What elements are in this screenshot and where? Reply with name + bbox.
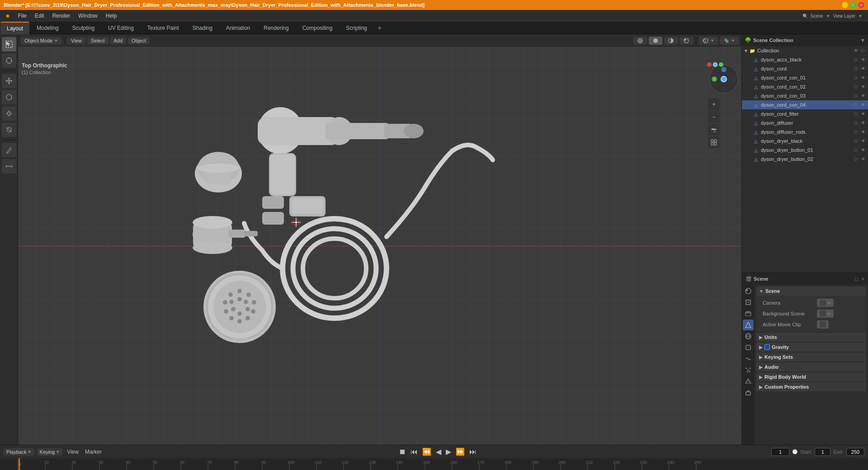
- timeline-marker-btn[interactable]: Marker: [83, 448, 104, 456]
- collection-sel-btn[interactable]: ⬡: [860, 47, 866, 54]
- props-tab-physics[interactable]: [743, 376, 754, 387]
- add-menu[interactable]: Add: [110, 37, 127, 44]
- view-menu[interactable]: View: [67, 37, 85, 44]
- keying-dropdown[interactable]: Keying ▼: [37, 448, 63, 456]
- outliner-item-dyson-cord-con-01[interactable]: △ dyson_cord_con_01 ⬡ 👁: [742, 73, 868, 82]
- move-tool[interactable]: [2, 74, 16, 88]
- props-tab-modifiers[interactable]: [743, 353, 754, 364]
- viewport-shading-solid[interactable]: [649, 37, 662, 45]
- scene-section-header[interactable]: ▼ Scene: [756, 287, 866, 296]
- start-frame-input[interactable]: [815, 448, 830, 456]
- menu-file[interactable]: File: [14, 12, 30, 20]
- bg-scene-edit[interactable]: ✏: [827, 311, 831, 316]
- props-tab-constraints[interactable]: [743, 387, 754, 398]
- tab-scripting[interactable]: Scripting: [340, 22, 373, 34]
- properties-expand-icon[interactable]: □: [855, 276, 858, 282]
- stop-button[interactable]: ⏹: [397, 448, 407, 456]
- cursor-tool[interactable]: [2, 53, 16, 68]
- units-section-header[interactable]: ▶ Units: [756, 333, 866, 342]
- current-frame-input[interactable]: [771, 448, 789, 456]
- zoom-in-button[interactable]: +: [708, 99, 720, 110]
- step-back-button[interactable]: ⏪: [421, 447, 433, 456]
- close-button[interactable]: ×: [858, 2, 864, 8]
- play-back-button[interactable]: ◀: [434, 447, 443, 456]
- props-tab-output[interactable]: [743, 297, 754, 308]
- maximize-button[interactable]: □: [850, 2, 856, 8]
- props-tab-scene[interactable]: [743, 320, 754, 330]
- tab-texture-paint[interactable]: Texture Paint: [141, 22, 185, 34]
- timeline-strip[interactable]: 1 10 20 30 40 50 60 70 80 90 100 110 120…: [0, 458, 868, 470]
- outliner-item-dyson-diffuser[interactable]: △ dyson_diffuser ⬡ 👁: [742, 118, 868, 127]
- outliner-item-dyson-dryer-black[interactable]: △ dyson_dryer_black ⬡ 👁: [742, 136, 868, 146]
- gravity-section-header[interactable]: ▶ Gravity: [756, 343, 866, 352]
- background-scene-value[interactable]: ✏: [817, 310, 834, 318]
- keying-sets-header[interactable]: ▶ Keying Sets: [756, 352, 866, 362]
- audio-section-header[interactable]: ▶ Audio: [756, 362, 866, 371]
- menu-window[interactable]: Window: [75, 12, 101, 20]
- tab-compositing[interactable]: Compositing: [296, 22, 339, 34]
- playback-dropdown[interactable]: Playback ▼: [4, 448, 34, 456]
- props-tab-render[interactable]: [743, 286, 754, 296]
- add-workspace-button[interactable]: +: [374, 24, 385, 32]
- outliner-item-dyson-cord-filter[interactable]: △ dyson_cord_filter ⬡ 👁: [742, 109, 868, 118]
- outliner-item-dyson-cord[interactable]: △ dyson_cord ⬡ 👁: [742, 64, 868, 73]
- menu-edit[interactable]: Edit: [31, 12, 48, 20]
- menu-blender[interactable]: ●: [2, 11, 14, 21]
- zoom-out-button[interactable]: −: [708, 111, 720, 123]
- gizmo-button[interactable]: ▼: [720, 37, 739, 45]
- outliner-item-dyson-dryer-button-01[interactable]: △ dyson_dryer_button_01 ⬡ 👁: [742, 146, 868, 155]
- step-forward-button[interactable]: ⏩: [454, 447, 466, 456]
- gravity-checkbox[interactable]: [764, 344, 770, 350]
- menu-render[interactable]: Render: [49, 12, 74, 20]
- props-tab-world[interactable]: [743, 331, 754, 342]
- camera-field-edit[interactable]: ✏: [827, 301, 831, 306]
- outliner-item-dyson-cord-con-04[interactable]: △ dyson_cord_con_04 ⬡ 👁: [742, 100, 868, 109]
- skip-start-button[interactable]: ⏮: [409, 448, 419, 456]
- properties-close-icon[interactable]: ×: [862, 276, 864, 282]
- rigid-body-header[interactable]: ▶ Rigid Body World: [756, 372, 866, 381]
- play-button[interactable]: ▶: [444, 447, 453, 456]
- navigation-gizmo[interactable]: Z Y: [708, 63, 740, 95]
- annotate-tool[interactable]: [2, 143, 16, 157]
- tab-modeling[interactable]: Modeling: [30, 22, 65, 34]
- overlay-button[interactable]: ▼: [699, 37, 718, 45]
- custom-props-header[interactable]: ▶ Custom Properties: [756, 382, 866, 391]
- tab-sculpting[interactable]: Sculpting: [66, 22, 101, 34]
- props-tab-particles[interactable]: [743, 365, 754, 376]
- timeline-view-btn[interactable]: View: [65, 448, 80, 456]
- outliner-item-dyson-accs-black[interactable]: △ dyson_accs_black ⬡ 👁: [742, 55, 868, 64]
- active-movie-clip-value[interactable]: [817, 320, 829, 329]
- outliner-filter-icon[interactable]: ▼: [860, 38, 865, 43]
- tab-layout[interactable]: Layout: [0, 22, 29, 34]
- object-menu[interactable]: Object: [128, 37, 150, 44]
- tab-rendering[interactable]: Rendering: [257, 22, 295, 34]
- menu-help[interactable]: Help: [102, 12, 121, 20]
- toggle-quad-button[interactable]: [708, 136, 720, 148]
- viewport-shading-wire[interactable]: [633, 37, 647, 45]
- measure-tool[interactable]: [2, 159, 16, 174]
- tab-shading[interactable]: Shading: [186, 22, 219, 34]
- select-tool[interactable]: [2, 37, 16, 52]
- select-menu[interactable]: Select: [87, 37, 108, 44]
- viewport-canvas[interactable]: Top Orthographic (1) Collection Z Y: [18, 47, 741, 445]
- transform-tool[interactable]: [2, 122, 16, 137]
- outliner-item-dyson-dryer-button-02[interactable]: △ dyson_dryer_button_02 ⬡ 👁: [742, 155, 868, 164]
- skip-end-button[interactable]: ⏭: [468, 448, 478, 456]
- tab-animation[interactable]: Animation: [220, 22, 256, 34]
- camera-view-button[interactable]: 📷: [708, 124, 720, 136]
- props-tab-view-layer[interactable]: [743, 308, 754, 319]
- viewport-shading-lookdev[interactable]: [664, 37, 678, 45]
- outliner-item-dyson-diffuser-rods[interactable]: △ dyson_diffuser_rods ⬡ 👁: [742, 127, 868, 136]
- viewport[interactable]: Object Mode ▼ View Select Add Object: [18, 34, 741, 445]
- scale-tool[interactable]: [2, 106, 16, 121]
- props-tab-object[interactable]: [743, 342, 754, 353]
- camera-value[interactable]: ✏: [817, 299, 834, 307]
- viewport-shading-render[interactable]: [679, 37, 693, 45]
- outliner-item-dyson-cord-con-02[interactable]: △ dyson_cord_con_02 ⬡ 👁: [742, 82, 868, 91]
- end-frame-input[interactable]: [846, 448, 864, 456]
- mode-dropdown[interactable]: Object Mode ▼: [21, 37, 61, 44]
- rotate-tool[interactable]: [2, 90, 16, 104]
- outliner-item-dyson-cord-con-03[interactable]: △ dyson_cord_con_03 ⬡ 👁: [742, 91, 868, 100]
- outliner-item-collection[interactable]: ▼ 📁 Collection 👁 ⬡: [742, 46, 868, 55]
- minimize-button[interactable]: −: [842, 2, 848, 8]
